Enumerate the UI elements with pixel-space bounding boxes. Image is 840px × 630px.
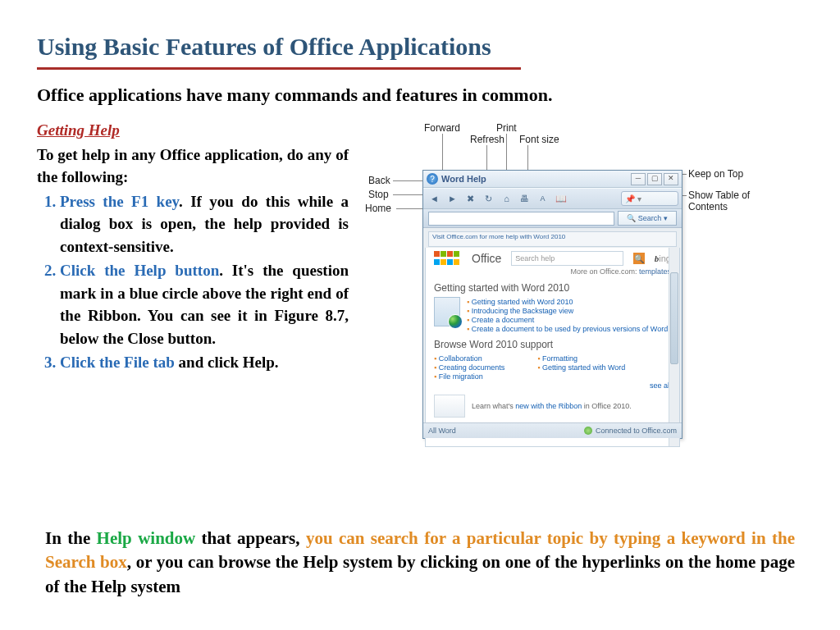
search-dropdown-label: Search — [638, 214, 662, 222]
help-statusbar: All Word Connected to Office.com — [423, 422, 682, 438]
link-file-migration[interactable]: File migration — [434, 372, 504, 381]
help-searchbar: 🔍 Search ▾ — [423, 209, 682, 228]
ribbon-promo: Learn what's new with the Ribbon in Offi… — [434, 395, 671, 418]
line-back — [393, 180, 426, 181]
search-dropdown-button[interactable]: 🔍 Search ▾ — [618, 211, 677, 226]
scrollbar[interactable] — [669, 248, 679, 446]
browse-links: Collaboration Creating documents File mi… — [434, 354, 671, 381]
callout-showtoc: Show Table of Contents — [688, 189, 762, 212]
step-3-key: Click the File tab — [60, 354, 175, 371]
scrollbar-thumb[interactable] — [670, 272, 678, 364]
link-getting-started-word[interactable]: Getting started with Word — [537, 363, 625, 372]
templates-link[interactable]: templates — [639, 267, 671, 276]
help-window: ? Word Help ─ ▢ ✕ ◄ ► ✖ ↻ ⌂ 🖶 A � — [422, 170, 682, 439]
bp-3: that appears, — [195, 528, 306, 548]
minimize-button[interactable]: ─ — [631, 173, 646, 185]
window-controls: ─ ▢ ✕ — [631, 173, 678, 185]
office-brand-text: Office — [472, 252, 501, 265]
link-collaboration[interactable]: Collaboration — [434, 354, 504, 363]
help-content-area: Office Search help 🔍 bing More on Office… — [425, 248, 680, 447]
intro-text: Office applications have many commands a… — [37, 84, 803, 106]
more-on-office-row: More on Office.com: templates — [434, 267, 671, 276]
refresh-button[interactable]: ↻ — [481, 191, 496, 207]
home-button[interactable]: ⌂ — [499, 191, 514, 207]
callout-refresh: Refresh — [470, 134, 504, 145]
title-underline — [37, 67, 521, 70]
status-scope[interactable]: All Word — [428, 427, 456, 435]
step-3-rest: and click Help. — [175, 354, 279, 371]
step-2-key: Click the Help button — [60, 262, 219, 279]
document-globe-icon — [434, 297, 460, 326]
ribbon-promo-text-a: Learn what's — [472, 402, 515, 410]
link-create-document[interactable]: Create a document — [472, 316, 535, 324]
callout-back: Back — [368, 175, 390, 186]
step-1: Press the F1 key. If you do this while a… — [60, 190, 349, 258]
search-go-icon[interactable]: 🔍 — [633, 253, 645, 264]
bp-1: In the — [45, 528, 97, 548]
toc-button[interactable]: 📖 — [553, 191, 568, 207]
callout-home: Home — [365, 203, 391, 214]
maximize-button[interactable]: ▢ — [647, 173, 662, 185]
toolbar-search-input[interactable] — [428, 212, 614, 226]
more-label: More on Office.com: — [571, 267, 637, 276]
print-button[interactable]: 🖶 — [517, 191, 532, 207]
step-2: Click the Help button. It's the question… — [60, 259, 349, 349]
section-browse-support: Browse Word 2010 support — [434, 339, 671, 350]
step-3: Click the File tab and click Help. — [60, 351, 349, 374]
forward-button[interactable]: ► — [445, 191, 460, 207]
help-lead: To get help in any Office application, d… — [37, 144, 349, 189]
back-button[interactable]: ◄ — [427, 191, 442, 207]
link-formatting[interactable]: Formatting — [537, 354, 625, 363]
bp-help-window: Help window — [97, 528, 196, 548]
content-search-input[interactable]: Search help — [511, 251, 623, 266]
link-getting-started[interactable]: Getting started with Word 2010 — [472, 298, 573, 306]
link-backstage-view[interactable]: Introducing the Backstage view — [472, 307, 574, 315]
getting-started-links: Getting started with Word 2010 Introduci… — [434, 298, 671, 333]
help-titlebar: ? Word Help ─ ▢ ✕ — [423, 171, 682, 188]
callout-stop: Stop — [368, 189, 389, 200]
see-all-row: see all — [434, 381, 671, 390]
callout-fontsize: Font size — [519, 134, 559, 145]
help-window-title: Word Help — [441, 174, 486, 184]
callout-print: Print — [496, 122, 517, 134]
ribbon-promo-icon — [434, 395, 465, 418]
office-brand-row: Office Search help 🔍 bing — [434, 251, 671, 266]
bottom-paragraph: In the Help window that appears, you can… — [45, 527, 795, 599]
page-title: Using Basic Features of Office Applicati… — [37, 33, 803, 61]
keep-on-top-toggle[interactable]: 📌 ▾ — [621, 191, 678, 206]
status-connection: Connected to Office.com — [596, 427, 677, 435]
link-creating-documents[interactable]: Creating documents — [434, 363, 504, 372]
callout-keepontop: Keep on Top — [688, 168, 743, 180]
connected-icon — [584, 427, 592, 435]
office-logo-icon — [434, 251, 462, 266]
step-1-key: Press the F1 key — [60, 193, 179, 210]
bp-5: , or you can browse the Help system by c… — [45, 552, 795, 596]
close-button[interactable]: ✕ — [664, 173, 678, 185]
stop-button[interactable]: ✖ — [463, 191, 478, 207]
steps-list: Press the F1 key. If you do this while a… — [37, 190, 349, 374]
section-getting-started: Getting started with Word 2010 — [434, 282, 671, 294]
ribbon-promo-text-c: in Office 2010. — [582, 402, 631, 410]
link-previous-versions[interactable]: Create a document to be used by previous… — [472, 325, 668, 333]
breadcrumb-link[interactable]: Visit Office.com for more help with Word… — [428, 231, 677, 247]
help-icon: ? — [427, 173, 438, 185]
help-toolbar: ◄ ► ✖ ↻ ⌂ 🖶 A 📖 📌 ▾ — [423, 188, 682, 209]
ribbon-promo-link[interactable]: new with the Ribbon — [515, 402, 582, 410]
callout-forward: Forward — [424, 122, 460, 134]
section-heading: Getting Help — [37, 121, 120, 139]
font-size-button[interactable]: A — [535, 191, 550, 207]
